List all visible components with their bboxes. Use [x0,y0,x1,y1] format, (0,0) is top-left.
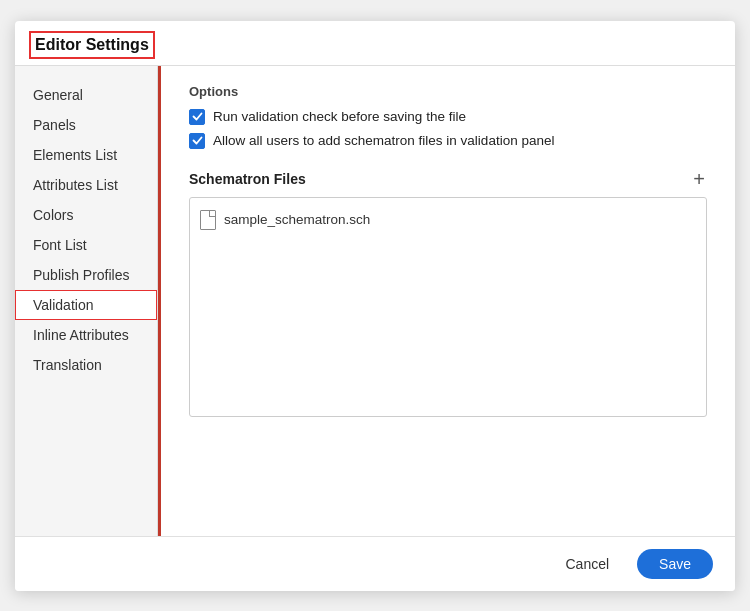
cancel-button[interactable]: Cancel [547,549,627,579]
sidebar-item-validation[interactable]: Validation [15,290,157,320]
schematron-file-row[interactable]: sample_schematron.sch [200,206,696,234]
dialog-body: GeneralPanelsElements ListAttributes Lis… [15,66,735,536]
checkbox-allow-users[interactable] [189,133,205,149]
editor-settings-dialog: Editor Settings GeneralPanelsElements Li… [15,21,735,591]
sidebar-item-publish-profiles[interactable]: Publish Profiles [15,260,157,290]
sidebar-item-colors[interactable]: Colors [15,200,157,230]
sidebar-item-font-list[interactable]: Font List [15,230,157,260]
main-content: Options Run validation check before savi… [158,66,735,536]
sidebar-item-attributes-list[interactable]: Attributes List [15,170,157,200]
add-schematron-button[interactable]: + [691,169,707,189]
options-label: Options [189,84,707,99]
checkbox-run-validation-label: Run validation check before saving the f… [213,109,466,124]
checkbox-row-2[interactable]: Allow all users to add schematron files … [189,133,707,149]
checkbox-run-validation[interactable] [189,109,205,125]
save-button[interactable]: Save [637,549,713,579]
sidebar-item-translation[interactable]: Translation [15,350,157,380]
sidebar-item-panels[interactable]: Panels [15,110,157,140]
sidebar: GeneralPanelsElements ListAttributes Lis… [15,66,158,536]
sidebar-item-inline-attributes[interactable]: Inline Attributes [15,320,157,350]
schematron-section: Schematron Files + sample_schematron.sch [189,169,707,417]
schematron-list: sample_schematron.sch [189,197,707,417]
sidebar-item-general[interactable]: General [15,80,157,110]
sidebar-item-elements-list[interactable]: Elements List [15,140,157,170]
checkbox-allow-users-label: Allow all users to add schematron files … [213,133,554,148]
schematron-header: Schematron Files + [189,169,707,189]
dialog-footer: Cancel Save [15,536,735,591]
schematron-title: Schematron Files [189,171,306,187]
file-name: sample_schematron.sch [224,212,370,227]
dialog-title: Editor Settings [33,35,151,55]
checkbox-row-1[interactable]: Run validation check before saving the f… [189,109,707,125]
file-icon [200,210,216,230]
options-section: Options Run validation check before savi… [189,84,707,149]
dialog-header: Editor Settings [15,21,735,66]
